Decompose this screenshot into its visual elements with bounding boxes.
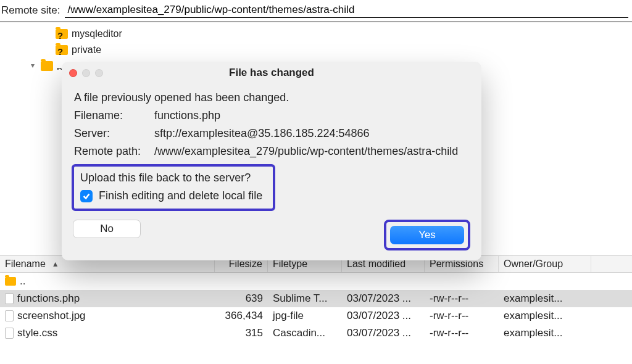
tree-toggle[interactable]: ▾: [28, 60, 37, 72]
sort-ascending-icon: ▲: [52, 260, 59, 268]
upload-question: Upload this file back to the server?: [80, 172, 267, 184]
yes-button[interactable]: Yes: [390, 226, 464, 244]
file-icon: [5, 293, 14, 304]
no-button[interactable]: No: [73, 220, 141, 238]
remote-site-label: Remote site:: [1, 4, 60, 17]
file-row[interactable]: style.css 315 Cascadin... 03/07/2023 ...…: [0, 325, 632, 342]
file-row[interactable]: screenshot.jpg 366,434 jpg-file 03/07/20…: [0, 307, 632, 325]
tree-item-label: mysqleditor: [72, 26, 122, 42]
finish-editing-label: Finish editing and delete local file: [99, 189, 262, 202]
file-icon: [5, 310, 14, 321]
remote-path-label: Remote path:: [74, 145, 154, 158]
file-changed-dialog: File has changed A file previously opene…: [62, 62, 481, 260]
folder-icon: ?: [56, 45, 68, 55]
tree-item[interactable]: ? private: [43, 42, 632, 58]
remote-file-list: Filename▲ Filesize Filetype Last modifie…: [0, 255, 632, 342]
server-value: sftp://examplesitea@35.186.185.224:54866: [154, 127, 370, 140]
file-row[interactable]: functions.php 639 Sublime T... 03/07/202…: [0, 290, 632, 307]
column-header-owner-group[interactable]: Owner/Group: [499, 256, 591, 272]
folder-icon: [41, 61, 53, 71]
folder-up-icon: [5, 277, 16, 286]
remote-path-value: /www/examplesitea_279/public/wp-content/…: [154, 145, 458, 158]
remote-site-bar: Remote site:: [0, 0, 632, 22]
finish-editing-checkbox[interactable]: [80, 190, 93, 202]
filename-label: Filename:: [74, 109, 154, 122]
tree-item[interactable]: ? mysqleditor: [43, 26, 632, 42]
checkmark-icon: [82, 192, 91, 201]
dialog-titlebar[interactable]: File has changed: [62, 62, 481, 84]
dialog-message: A file previously opened has been change…: [74, 91, 469, 104]
upload-prompt-highlight: Upload this file back to the server? Fin…: [72, 164, 275, 211]
folder-icon: ?: [56, 29, 68, 39]
parent-directory-row[interactable]: ..: [0, 273, 632, 290]
dialog-title: File has changed: [62, 67, 481, 79]
remote-site-path-input[interactable]: [65, 2, 628, 18]
tree-item-label: private: [72, 42, 101, 58]
file-icon: [5, 328, 14, 339]
yes-button-highlight: Yes: [384, 220, 470, 250]
server-label: Server:: [74, 127, 154, 140]
filename-value: functions.php: [154, 109, 220, 122]
file-list-body: .. functions.php 639 Sublime T... 03/07/…: [0, 273, 632, 342]
